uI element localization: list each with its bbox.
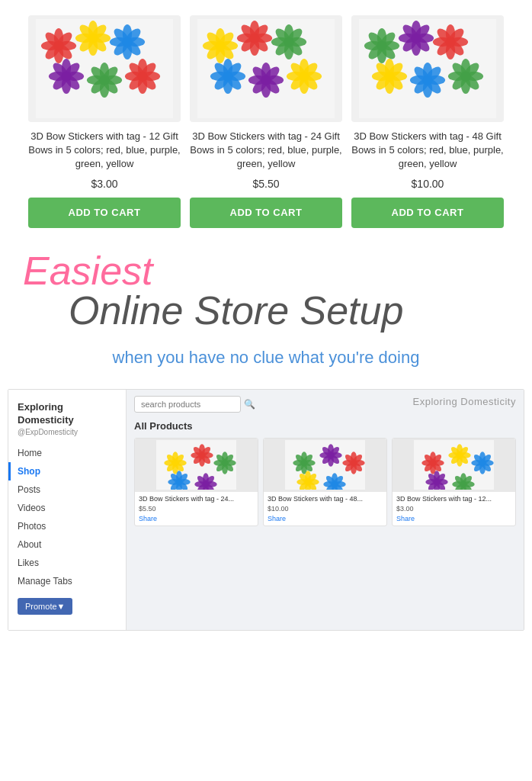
svg-point-146 [384, 71, 394, 81]
fb-promote-button[interactable]: Promote ▼ [18, 598, 72, 615]
fb-share-link[interactable]: Share [396, 515, 511, 522]
svg-point-201 [176, 479, 182, 485]
svg-point-256 [332, 481, 338, 487]
fb-nav: HomeShopPostsVideosPhotosAboutLikesManag… [8, 444, 126, 590]
svg-point-174 [172, 460, 178, 466]
fb-product-image [135, 439, 258, 492]
fb-product-image [393, 439, 515, 492]
svg-point-275 [457, 452, 463, 458]
fb-product-title: 3D Bow Stickers with tag - 24... [139, 495, 254, 504]
fb-product-image [264, 439, 386, 492]
svg-point-64 [215, 40, 225, 50]
svg-point-9 [53, 40, 63, 50]
product-image [28, 15, 181, 122]
online-store-label: Online Store Setup [69, 287, 509, 334]
fb-all-products-label: All Products [134, 420, 516, 432]
fb-nav-likes[interactable]: Likes [8, 554, 126, 572]
product-price: $10.00 [412, 178, 444, 190]
add-to-cart-button[interactable]: ADD TO CART [28, 198, 181, 229]
product-price: $5.50 [252, 178, 279, 190]
svg-point-247 [305, 479, 311, 485]
fb-product-price: $10.00 [268, 505, 383, 513]
fb-nav-videos[interactable]: Videos [8, 499, 126, 517]
svg-point-183 [199, 452, 205, 458]
svg-point-220 [301, 460, 307, 466]
svg-point-82 [284, 37, 293, 47]
fb-sidebar: Exploring Domesticity @ExpDomesticity Ho… [8, 390, 127, 631]
svg-point-128 [411, 33, 421, 43]
search-icon: 🔍 [244, 399, 255, 410]
svg-point-27 [122, 37, 132, 47]
svg-point-155 [422, 75, 432, 85]
svg-point-18 [88, 33, 98, 43]
fb-nav-photos[interactable]: Photos [8, 517, 126, 535]
fb-product-info: 3D Bow Stickers with tag - 48...$10.00Sh… [264, 492, 386, 526]
svg-point-210 [203, 481, 209, 487]
svg-point-284 [479, 460, 486, 466]
svg-point-45 [99, 75, 109, 85]
fb-product-title: 3D Bow Stickers with tag - 12... [396, 495, 511, 504]
watermark: Exploring Domesticity [413, 396, 517, 407]
fb-main: 🔍 All Products 3D Bow Stickers with tag … [127, 390, 524, 631]
product-image [190, 15, 342, 122]
product-card: 3D Bow Stickers with tag - 24 Gift Bows … [190, 15, 342, 228]
fb-product-price: $5.50 [139, 505, 254, 513]
svg-point-164 [460, 71, 470, 81]
fb-product-card: 3D Bow Stickers with tag - 24...$5.50Sha… [134, 438, 258, 527]
product-title: 3D Bow Stickers with tag - 12 Gift Bows … [28, 130, 181, 172]
product-card: 3D Bow Stickers with tag - 12 Gift Bows … [28, 15, 181, 228]
svg-point-137 [445, 37, 455, 47]
fb-product-info: 3D Bow Stickers with tag - 12...$3.00Sha… [393, 492, 515, 526]
add-to-cart-button[interactable]: ADD TO CART [351, 198, 504, 229]
svg-point-54 [137, 71, 147, 81]
product-card: 3D Bow Stickers with tag - 48 Gift Bows … [351, 15, 504, 228]
fb-nav-posts[interactable]: Posts [8, 480, 126, 499]
fb-nav-about[interactable]: About [8, 535, 126, 554]
svg-point-36 [61, 71, 71, 81]
fb-screenshot: Exploring Domesticity @ExpDomesticity Ho… [8, 389, 524, 632]
add-to-cart-button[interactable]: ADD TO CART [190, 198, 342, 229]
svg-point-100 [261, 75, 271, 85]
fb-product-card: 3D Bow Stickers with tag - 12...$3.00Sha… [392, 438, 516, 527]
svg-point-192 [222, 460, 228, 466]
product-image [351, 15, 504, 122]
fb-share-link[interactable]: Share [268, 515, 383, 522]
fb-page-name: Exploring Domesticity [8, 397, 126, 429]
fb-product-grid: 3D Bow Stickers with tag - 24...$5.50Sha… [134, 438, 516, 527]
svg-point-229 [328, 452, 334, 458]
fb-page-handle: @ExpDomesticity [8, 428, 126, 444]
title-section: Easiest Online Store Setup when you have… [0, 236, 532, 388]
fb-product-price: $3.00 [396, 505, 511, 513]
svg-point-266 [430, 460, 436, 466]
subtitle-label: when you have no clue what you're doing [23, 335, 509, 381]
product-title: 3D Bow Stickers with tag - 24 Gift Bows … [190, 130, 342, 172]
fb-search-input[interactable] [134, 396, 241, 413]
fb-nav-home[interactable]: Home [8, 444, 126, 462]
svg-point-302 [460, 481, 466, 487]
fb-product-info: 3D Bow Stickers with tag - 24...$5.50Sha… [135, 492, 258, 526]
fb-nav-manage-tabs[interactable]: Manage Tabs [8, 572, 126, 590]
fb-share-link[interactable]: Share [139, 515, 254, 522]
product-title: 3D Bow Stickers with tag - 48 Gift Bows … [351, 130, 504, 172]
fb-product-title: 3D Bow Stickers with tag - 48... [268, 495, 383, 504]
svg-point-109 [299, 71, 309, 81]
fb-product-card: 3D Bow Stickers with tag - 48...$10.00Sh… [263, 438, 387, 527]
svg-point-119 [377, 40, 386, 50]
svg-point-238 [351, 460, 357, 466]
svg-point-91 [223, 71, 232, 81]
svg-point-73 [249, 33, 259, 43]
product-price: $3.00 [91, 178, 117, 190]
product-grid: 3D Bow Stickers with tag - 12 Gift Bows … [23, 15, 509, 228]
product-section: 3D Bow Stickers with tag - 12 Gift Bows … [0, 0, 532, 236]
easiest-label: Easiest [23, 251, 153, 291]
svg-point-293 [434, 479, 440, 485]
fb-nav-shop[interactable]: Shop [8, 462, 126, 480]
